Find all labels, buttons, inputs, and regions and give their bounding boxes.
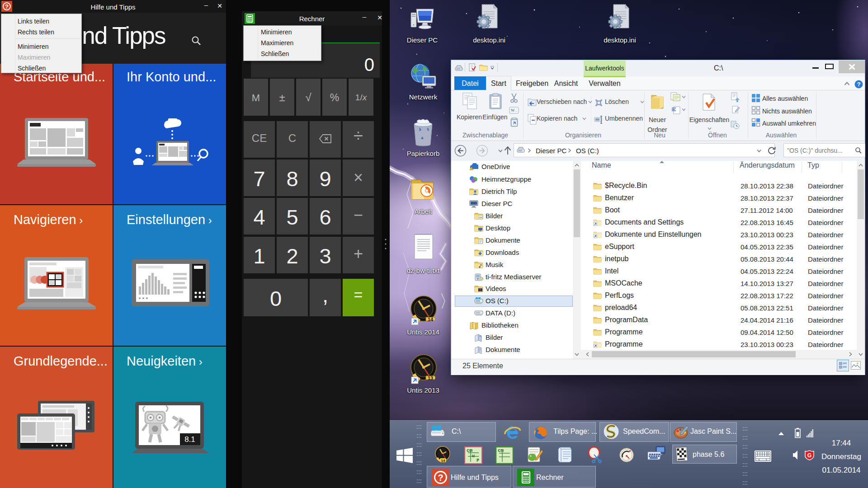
- svg-text:8.1: 8.1: [184, 435, 195, 444]
- svg-text:cm: cm: [467, 448, 473, 453]
- svg-text:13: 13: [428, 375, 433, 381]
- svg-text:G: G: [807, 452, 811, 459]
- svg-text:cm: cm: [498, 448, 504, 453]
- svg-text:14: 14: [441, 459, 445, 463]
- svg-text:14: 14: [428, 317, 434, 322]
- svg-text:P: P: [476, 458, 479, 463]
- svg-text:w: w: [472, 454, 475, 459]
- svg-text:?: ?: [438, 473, 443, 483]
- svg-text:?: ?: [5, 3, 9, 10]
